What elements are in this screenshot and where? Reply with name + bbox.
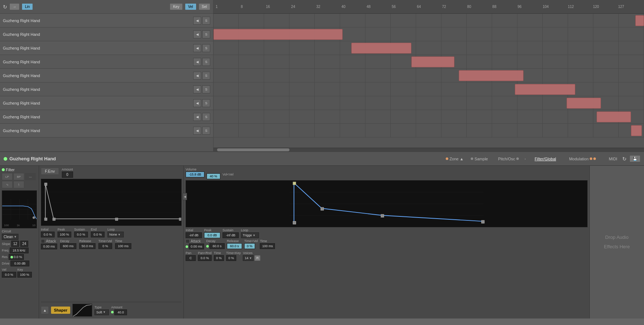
slope-val1[interactable]: 12	[11, 241, 19, 247]
time-vel-value[interactable]: 0 %	[98, 243, 112, 249]
vol-vel-value[interactable]: 40 %	[207, 173, 220, 179]
circuit-dropdown[interactable]: Clean ▼	[2, 234, 18, 240]
vel-button[interactable]: Vel	[185, 3, 196, 10]
track-mute-4[interactable]: ◀	[193, 58, 201, 66]
refresh-button[interactable]: ↻	[3, 4, 7, 10]
pan-rnd-value[interactable]: 0.0 %	[198, 255, 212, 261]
tab-filter[interactable]: Filter/Global	[533, 156, 558, 162]
filter-extra-btn[interactable]: ⌇	[13, 181, 24, 188]
filter-section: Filter LP BP — ∿ ⌇	[0, 166, 39, 318]
filter-bp-btn[interactable]: BP	[13, 173, 24, 180]
save-icon-btn[interactable]: 💾	[630, 155, 640, 162]
vol-attack-checkbox[interactable]	[186, 239, 190, 243]
clip[interactable]	[459, 70, 524, 81]
end-value[interactable]: 0.0 %	[91, 232, 105, 237]
track-mute-8[interactable]: ◀	[193, 113, 201, 121]
res-value[interactable]: 0.0 %	[9, 254, 24, 260]
amount-value[interactable]: 0	[62, 172, 73, 178]
splitter-handle[interactable]: ◀	[183, 193, 187, 200]
track-solo-5[interactable]: S	[202, 72, 210, 80]
release-value[interactable]: 50.0 ms	[79, 243, 96, 249]
track-mute-9[interactable]: ◀	[193, 127, 201, 135]
amount-dot	[111, 311, 114, 313]
key-value[interactable]: 100 %	[17, 272, 32, 278]
vol-initial-value[interactable]: -inf dB	[186, 232, 202, 238]
horizontal-scrollbar[interactable]	[213, 148, 644, 151]
track-mute-7[interactable]: ◀	[193, 99, 201, 107]
track-solo-7[interactable]: S	[202, 99, 210, 107]
vol-loop-dropdown[interactable]: Trigge ▼	[241, 232, 259, 238]
tab-pitch[interactable]: Pitch/Osc	[496, 156, 521, 162]
filter-lp2-btn[interactable]: —	[25, 173, 36, 180]
filter-notch-btn[interactable]: ∿	[2, 181, 13, 188]
clip[interactable]	[635, 15, 644, 26]
key-button[interactable]: Key	[170, 3, 182, 10]
vol-peak-value[interactable]: 0.0 dB	[204, 232, 220, 238]
shaper-button[interactable]: Shaper	[51, 307, 70, 314]
vol-time-vel-value[interactable]: 0 %	[244, 243, 255, 249]
time-key-value[interactable]: 0 %	[226, 255, 236, 261]
vol-release-value[interactable]: 60.0 s	[227, 243, 242, 249]
sel-button[interactable]: Sel	[199, 3, 210, 10]
freq-value[interactable]: 18.5 kHz	[10, 248, 29, 253]
clip[interactable]	[411, 56, 454, 67]
svg-rect-24	[381, 214, 384, 217]
track-solo-1[interactable]: S	[202, 17, 210, 25]
attack-checkbox[interactable]	[41, 239, 45, 243]
track-mute-1[interactable]: ◀	[193, 17, 201, 25]
track-mute-6[interactable]: ◀	[193, 85, 201, 93]
sustain-value[interactable]: 0.0 %	[74, 232, 88, 237]
vol-sustain-value[interactable]: -inf dB	[223, 232, 239, 238]
clip[interactable]	[213, 29, 343, 40]
clip[interactable]	[567, 98, 601, 109]
track-solo-4[interactable]: S	[202, 58, 210, 66]
volume-value[interactable]: -15.8 dB	[186, 172, 204, 177]
type-dropdown[interactable]: Soft ▼	[94, 309, 109, 315]
pan-value[interactable]: C	[186, 255, 196, 261]
filter-type-buttons: LP BP — ∿ ⌇	[2, 173, 37, 188]
track-mute-5[interactable]: ◀	[193, 72, 201, 80]
filter-display: 100 1k 10	[2, 190, 37, 228]
clip[interactable]	[515, 84, 575, 95]
clip[interactable]	[631, 125, 642, 136]
scrollbar-thumb[interactable]	[217, 148, 289, 151]
arrow-button[interactable]: →	[9, 3, 20, 10]
loop-dropdown[interactable]: None ▼	[107, 232, 124, 237]
peak-value[interactable]: 100 %	[58, 232, 71, 237]
track-solo-3[interactable]: S	[202, 44, 210, 52]
track-solo-8[interactable]: S	[202, 113, 210, 121]
decay-value[interactable]: 600 ms	[60, 243, 76, 249]
tab-modulation[interactable]: Modulation	[567, 156, 598, 162]
vol-decay-value[interactable]: 60.0 s	[209, 243, 225, 249]
track-solo-6[interactable]: S	[202, 85, 210, 93]
tab-zone[interactable]: Zone ▲	[444, 156, 466, 162]
vol-attack-value[interactable]: 0.00 ms	[189, 244, 204, 249]
power-indicator	[4, 157, 7, 161]
svg-rect-13	[45, 218, 47, 220]
track-solo-9[interactable]: S	[202, 127, 210, 135]
refresh-icon-btn[interactable]: ↻	[622, 156, 627, 162]
clip[interactable]	[351, 43, 412, 54]
drive-value[interactable]: 0.00 dB	[10, 261, 29, 266]
shaper-amount-value[interactable]: 40.0	[114, 309, 127, 315]
shaper-arrow-btn[interactable]: ▲	[41, 306, 49, 314]
vel-value[interactable]: 0.0 %	[2, 272, 16, 278]
clip[interactable]	[597, 111, 631, 122]
slope-val2[interactable]: 24	[20, 241, 28, 247]
track-mute-3[interactable]: ◀	[193, 44, 201, 52]
track-mute-2[interactable]: ◀	[193, 30, 201, 38]
voices-dropdown[interactable]: 14 ▼	[243, 255, 254, 261]
vol-time-value[interactable]: 100 ms	[260, 243, 275, 249]
initial-value[interactable]: 0.0 %	[41, 232, 55, 237]
f-env-button[interactable]: F.Env	[41, 168, 59, 175]
svg-rect-25	[482, 220, 484, 223]
track-solo-2[interactable]: S	[202, 30, 210, 38]
r-button[interactable]: R	[254, 255, 260, 261]
tab-sample[interactable]: Sample	[469, 156, 490, 162]
time-value[interactable]: 100 ms	[115, 243, 131, 249]
pan-time-value[interactable]: 0 %	[214, 255, 224, 261]
tab-midi[interactable]: MIDI	[607, 156, 619, 162]
filter-lp-btn[interactable]: LP	[2, 173, 13, 180]
lin-button[interactable]: Lin	[22, 3, 33, 10]
attack-value[interactable]: 0.00 ms	[41, 244, 57, 249]
